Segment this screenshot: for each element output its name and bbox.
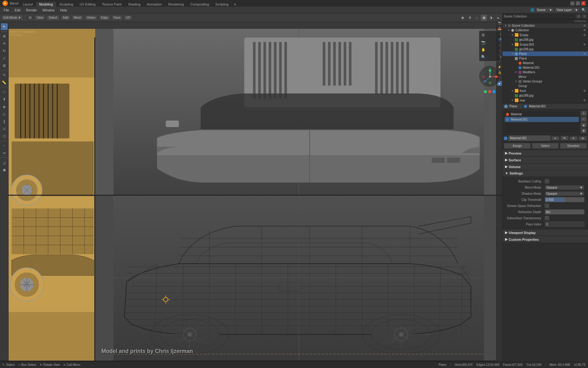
status-rotate[interactable]: ↻ Rotate View bbox=[40, 363, 60, 366]
status-call-menu[interactable]: ≡ Call Menu bbox=[63, 363, 80, 366]
sc-mirror[interactable]: Mirror bbox=[503, 75, 588, 79]
viewport-display-header[interactable]: ▶ Viewport Display bbox=[503, 229, 588, 236]
volume-header[interactable]: ▶ Volume bbox=[503, 163, 588, 170]
status-box-select[interactable]: □ Box Select bbox=[18, 363, 36, 366]
copy-material-btn[interactable]: ⧉ bbox=[560, 136, 569, 140]
sc-rear[interactable]: ▼ rear 👁 bbox=[503, 98, 588, 103]
new-collection-btn[interactable]: + bbox=[582, 14, 587, 18]
shadow-mode-dropdown[interactable]: Opaque ▼ bbox=[545, 191, 584, 196]
top-viewport[interactable] bbox=[95, 29, 502, 195]
front-eye[interactable]: 👁 bbox=[583, 89, 586, 93]
add-btn[interactable]: Add bbox=[61, 15, 70, 20]
ssr-checkbox[interactable] bbox=[545, 204, 549, 208]
mesh-btn[interactable]: Mesh bbox=[72, 15, 83, 20]
sc-plane-geo[interactable]: Plane bbox=[503, 56, 588, 61]
collection-eye[interactable]: 👁 bbox=[583, 29, 586, 32]
viewport-gizmo-icon[interactable]: ⊕ bbox=[467, 15, 473, 21]
sc-plane-mat[interactable]: Material bbox=[503, 61, 588, 65]
material-item-1[interactable]: Material bbox=[505, 112, 579, 117]
tab-sculpting[interactable]: Sculpting bbox=[56, 2, 76, 7]
tab-uv-editing[interactable]: UV Editing bbox=[77, 2, 99, 7]
new-material-btn[interactable]: ✦ bbox=[551, 136, 560, 140]
tab-scripting[interactable]: Scripting bbox=[212, 2, 232, 7]
tab-texture-paint[interactable]: Texture Paint bbox=[99, 2, 125, 7]
empty-eye[interactable]: 👁 bbox=[583, 33, 586, 37]
face-btn[interactable]: Face bbox=[111, 15, 123, 20]
sst-checkbox[interactable] bbox=[545, 216, 549, 220]
plane-eye[interactable]: 👁 bbox=[583, 52, 586, 56]
tool-extrude[interactable]: ⬆ bbox=[1, 96, 8, 103]
select-btn[interactable]: Select bbox=[47, 15, 59, 20]
backface-checkbox[interactable] bbox=[545, 179, 549, 183]
clip-threshold-slider[interactable]: 0.500 bbox=[545, 197, 584, 202]
menu-render[interactable]: Render bbox=[24, 8, 40, 13]
vertex-btn[interactable]: Vertex bbox=[85, 15, 97, 20]
tool-bevel[interactable]: ◇ bbox=[1, 111, 8, 117]
deselect-btn[interactable]: Deselect bbox=[560, 143, 587, 149]
refraction-depth-slider[interactable]: 0m bbox=[545, 209, 584, 214]
tab-rendering[interactable]: Rendering bbox=[165, 2, 187, 7]
tool-loop-cut[interactable]: ∥ bbox=[1, 118, 8, 125]
zoom-icon[interactable]: 🔍 bbox=[480, 54, 487, 60]
empty003-eye[interactable]: 👁 bbox=[583, 43, 586, 46]
axis-gizmo[interactable]: X Y Z bbox=[479, 66, 500, 87]
tab-compositing[interactable]: Compositing bbox=[187, 2, 212, 7]
status-select[interactable]: ↖ Select bbox=[2, 363, 15, 366]
viewport-shading-wire[interactable]: □ bbox=[474, 15, 480, 21]
view-layer-dropdown[interactable]: View Layer ▼ bbox=[555, 8, 579, 12]
material-item-2[interactable]: Material.001 bbox=[505, 117, 579, 122]
select-btn-mat[interactable]: Select bbox=[532, 143, 559, 149]
tool-select[interactable]: ↖ bbox=[1, 23, 8, 30]
viewport-overlay-icon[interactable]: ◉ bbox=[460, 15, 466, 21]
tool-scale[interactable]: ⤢ bbox=[1, 55, 8, 62]
tool-add-cube[interactable]: □ bbox=[1, 89, 8, 95]
minimize-button[interactable]: ─ bbox=[570, 1, 575, 6]
search-button[interactable]: 🔍 bbox=[581, 7, 587, 13]
menu-help[interactable]: Help bbox=[58, 8, 70, 13]
sc-scene-collection[interactable]: ▼ ⊞ Scene Collection 👁 bbox=[503, 23, 588, 28]
assign-btn[interactable]: Assign bbox=[504, 143, 531, 149]
global-icon[interactable]: ⊞ bbox=[27, 15, 33, 21]
move-down-btn[interactable]: ▼ bbox=[581, 128, 587, 133]
tool-rotate[interactable]: ↻ bbox=[1, 48, 8, 54]
material-name-input[interactable] bbox=[508, 136, 550, 141]
maximize-button[interactable]: □ bbox=[576, 1, 580, 6]
scene-dropdown[interactable]: Scene ▼ bbox=[535, 8, 554, 12]
tool-cursor[interactable]: ⊕ bbox=[1, 33, 8, 40]
tool-measure[interactable]: 📏 bbox=[1, 79, 8, 86]
tab-animation[interactable]: Animation bbox=[144, 2, 165, 7]
tool-edge-slide[interactable]: ⇔ bbox=[1, 150, 8, 156]
blend-mode-dropdown[interactable]: Opaque ▼ bbox=[545, 185, 584, 190]
tool-inset[interactable]: ◈ bbox=[1, 103, 8, 110]
camera-view-icon[interactable]: 📷 bbox=[480, 39, 487, 46]
sc-modifiers[interactable]: ▼ Modifiers bbox=[503, 70, 588, 75]
pass-index-slider[interactable]: 0 bbox=[545, 222, 584, 227]
grid-icon[interactable]: ⊞ bbox=[480, 32, 487, 38]
sc-front-img[interactable]: gto288.jpg bbox=[503, 93, 588, 98]
hand-icon[interactable]: ✋ bbox=[480, 46, 487, 53]
ri-output-icon[interactable]: 📤 bbox=[497, 26, 502, 31]
tool-annotate[interactable]: ✎ bbox=[1, 72, 8, 79]
shader-nodes-btn[interactable]: ⊕ bbox=[579, 136, 587, 140]
tab-add[interactable]: + bbox=[232, 2, 238, 7]
settings-header[interactable]: ▼ Settings bbox=[503, 170, 588, 176]
bottom-viewport[interactable]: Model and prints by Chris Ijzerman bbox=[95, 195, 502, 361]
sc-empty[interactable]: ▼ Empty 👁 bbox=[503, 33, 588, 37]
add-material-btn[interactable]: + bbox=[581, 111, 587, 116]
remove-material-btn[interactable]: − bbox=[581, 117, 587, 122]
tool-shear[interactable]: ◿ bbox=[1, 159, 8, 166]
close-button[interactable]: ✕ bbox=[581, 1, 586, 6]
move-up-btn[interactable]: ▲ bbox=[581, 122, 587, 128]
sc-empty003[interactable]: ▼ Empty.003 👁 bbox=[503, 42, 588, 47]
sc-plane-mat001[interactable]: Material.001 bbox=[503, 65, 588, 70]
menu-file[interactable]: File bbox=[1, 8, 12, 13]
edge-btn[interactable]: Edge bbox=[99, 15, 110, 20]
surface-header[interactable]: ▶ Surface bbox=[503, 157, 588, 163]
menu-window[interactable]: Window bbox=[40, 8, 57, 13]
sc-collection[interactable]: ▼ Collection 👁 bbox=[503, 28, 588, 33]
view-btn[interactable]: View bbox=[35, 15, 46, 20]
viewport-shading-render[interactable]: ● bbox=[495, 15, 501, 21]
delete-material-btn[interactable]: ✕ bbox=[570, 136, 578, 140]
tool-transform[interactable]: ⊞ bbox=[1, 62, 8, 69]
tool-move[interactable]: ✛ bbox=[1, 40, 8, 47]
